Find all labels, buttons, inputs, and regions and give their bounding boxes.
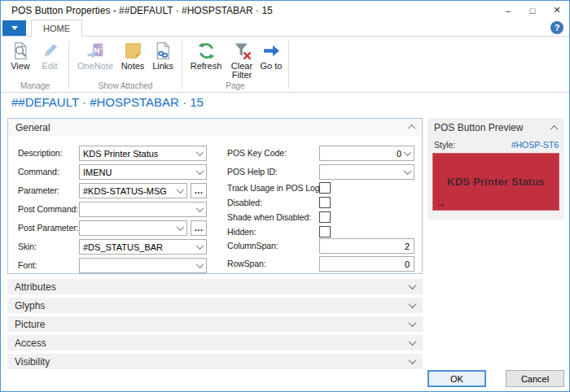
refresh-button[interactable]: Refresh	[186, 37, 226, 71]
window-controls: – □ ✕	[496, 1, 569, 20]
parameter-combo[interactable]: #KDS-STATUS-MSG	[79, 183, 187, 198]
shade-when-disabled-checkbox[interactable]	[319, 211, 331, 223]
chevron-up-icon[interactable]	[550, 125, 559, 133]
window-title: POS Button Properties - ##DEFAULT · #HOS…	[11, 5, 273, 16]
parameter-lookup-button[interactable]: …	[191, 183, 207, 198]
chevron-down-icon	[177, 223, 185, 231]
svg-text:N: N	[94, 46, 99, 54]
refresh-button-label: Refresh	[191, 62, 222, 71]
shade-when-disabled-label: Shade when Disabled:	[227, 210, 311, 225]
chevron-down-icon	[196, 167, 204, 175]
track-usage-label: Track Usage in POS Log:	[227, 181, 322, 196]
pos-key-code-value: 0	[323, 149, 401, 159]
rowspan-input[interactable]: 0	[319, 256, 414, 272]
go-to-button[interactable]: Go to	[258, 37, 284, 71]
cancel-button[interactable]: Cancel	[506, 370, 564, 387]
ellipsis-icon: …	[195, 186, 204, 195]
chevron-down-icon	[409, 319, 417, 327]
view-button[interactable]: View	[6, 37, 35, 71]
post-parameter-label: Post Parameter:	[18, 220, 78, 236]
section-visibility[interactable]: Visibility	[7, 354, 423, 369]
chevron-down-icon	[409, 281, 417, 290]
maximize-button[interactable]: □	[520, 1, 545, 20]
clear-filter-button[interactable]: Clear Filter	[226, 37, 258, 80]
chevron-down-icon	[196, 260, 204, 268]
cancel-button-label: Cancel	[521, 374, 549, 384]
style-label: Style:	[434, 140, 455, 150]
style-value-link[interactable]: #HOSP-ST6	[511, 140, 559, 150]
columnspan-input[interactable]: 2	[319, 238, 414, 254]
links-button-label: Links	[152, 62, 173, 71]
pos-key-code-combo[interactable]: 0	[319, 146, 414, 161]
notes-button[interactable]: Notes	[117, 37, 148, 71]
track-usage-checkbox[interactable]	[319, 182, 331, 194]
tab-home-label: HOME	[43, 24, 70, 33]
maximize-icon: □	[530, 6, 536, 15]
view-icon	[11, 41, 30, 60]
hidden-checkbox[interactable]	[319, 226, 331, 237]
ribbon-group-page: Refresh Clear Filter Go to Page	[183, 37, 287, 92]
tab-home[interactable]: HOME	[31, 20, 82, 37]
clear-filter-icon	[233, 41, 252, 60]
description-combo[interactable]: KDS Printer Status	[79, 146, 207, 161]
columnspan-value: 2	[324, 242, 410, 251]
ribbon-group-page-label: Page	[183, 81, 287, 90]
columnspan-label: ColumnSpan:	[227, 238, 278, 254]
rowspan-value: 0	[324, 259, 410, 269]
section-picture-label: Picture	[15, 319, 45, 330]
go-to-button-label: Go to	[261, 62, 283, 71]
ribbon-group-manage-label: Manage	[2, 81, 68, 90]
help-button[interactable]: ?	[550, 21, 563, 34]
section-attributes[interactable]: Attributes	[7, 279, 423, 294]
close-button[interactable]: ✕	[545, 1, 569, 20]
section-picture[interactable]: Picture	[7, 316, 423, 332]
ribbon-separator	[288, 41, 289, 89]
close-icon: ✕	[553, 5, 560, 15]
preview-panel-title: POS Button Preview	[434, 122, 523, 133]
pos-help-id-combo[interactable]	[319, 164, 414, 180]
section-visibility-label: Visibility	[15, 356, 50, 368]
ribbon-tab-row: HOME ?	[1, 20, 569, 37]
chevron-down-icon	[11, 26, 18, 30]
section-access[interactable]: Access	[7, 335, 423, 351]
skin-label: Skin:	[18, 239, 37, 255]
post-parameter-lookup-button[interactable]: …	[191, 220, 207, 236]
skin-value: #DS_STATUS_BAR	[83, 242, 163, 252]
clear-filter-button-label: Clear Filter	[226, 62, 258, 80]
pos-help-id-label: POS Help ID:	[227, 164, 278, 180]
ribbon-separator	[182, 41, 182, 89]
post-parameter-combo[interactable]	[79, 220, 187, 236]
ribbon-group-show-attached: N OneNote Notes	[70, 37, 181, 92]
section-glyphs-label: Glyphs	[15, 300, 45, 311]
minimize-icon: –	[506, 6, 511, 15]
ribbon-group-manage: View Edit Manage	[2, 37, 68, 92]
chevron-down-icon	[196, 242, 204, 250]
refresh-icon	[197, 41, 216, 60]
general-section-header[interactable]: General	[8, 119, 422, 136]
links-button[interactable]: Links	[148, 37, 178, 71]
chevron-down-icon	[409, 338, 417, 346]
page-title: ##DEFAULT · #HOSPSTABAR · 15	[11, 95, 204, 109]
font-label: Font:	[18, 258, 37, 273]
edit-icon	[41, 41, 59, 60]
command-combo[interactable]: IMENU	[79, 164, 207, 180]
chevron-down-icon	[404, 148, 412, 156]
description-value: KDS Printer Status	[83, 149, 158, 159]
skin-combo[interactable]: #DS_STATUS_BAR	[79, 239, 207, 255]
post-command-combo[interactable]	[79, 202, 207, 217]
title-bar: POS Button Properties - ##DEFAULT · #HOS…	[1, 1, 569, 20]
general-section-title: General	[15, 122, 50, 133]
pos-button-preview[interactable]: KDS Printer Status →	[432, 153, 559, 211]
chevron-up-icon	[408, 124, 416, 133]
view-button-label: View	[11, 62, 30, 71]
pos-key-code-label: POS Key Code:	[227, 146, 287, 161]
go-to-icon	[262, 41, 281, 60]
app-menu-button[interactable]	[2, 20, 26, 36]
disabled-checkbox[interactable]	[319, 197, 331, 208]
general-section: General Description: KDS Printer Status …	[7, 118, 423, 274]
ok-button[interactable]: OK	[428, 370, 486, 387]
section-glyphs[interactable]: Glyphs	[7, 298, 423, 313]
font-combo[interactable]	[79, 258, 207, 273]
minimize-button[interactable]: –	[496, 1, 520, 20]
chevron-down-icon	[409, 356, 417, 364]
